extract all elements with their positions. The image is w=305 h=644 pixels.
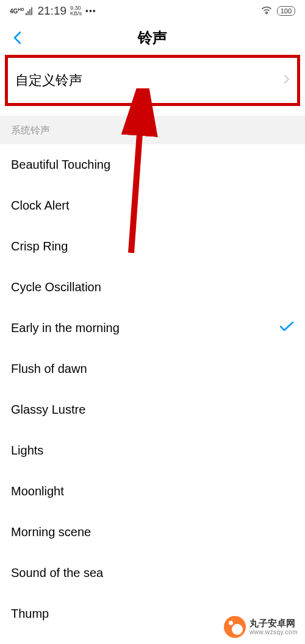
ringtone-item[interactable]: Beautiful Touching <box>0 144 305 185</box>
ringtone-label: Early in the morning <box>11 321 120 335</box>
ringtone-label: Moonlight <box>11 484 64 498</box>
status-bar: 4GHD 21:19 9.30 KB/s ••• 100 <box>0 0 305 21</box>
network-indicator: 4GHD <box>10 7 32 15</box>
ringtone-item[interactable]: Lights <box>0 430 305 471</box>
status-left: 4GHD 21:19 9.30 KB/s ••• <box>10 4 96 18</box>
ringtone-label: Glassy Lustre <box>11 403 85 417</box>
ringtone-item[interactable]: Flush of dawn <box>0 349 305 389</box>
ringtone-item[interactable]: Morning scene <box>0 512 305 553</box>
ringtone-item[interactable]: Sound of the sea <box>0 553 305 593</box>
ringtone-item[interactable]: Moonlight <box>0 471 305 512</box>
checkmark-icon <box>279 321 294 335</box>
chevron-right-icon <box>284 74 290 87</box>
page-title: 铃声 <box>138 28 167 48</box>
ringtone-label: Clock Alert <box>11 199 70 213</box>
battery-indicator: 100 <box>277 6 295 16</box>
back-button[interactable] <box>10 30 24 45</box>
watermark-title: 丸子安卓网 <box>249 618 298 629</box>
ringtone-label: Lights <box>11 444 43 458</box>
watermark-logo-icon <box>224 616 246 638</box>
ringtone-label: Cycle Oscillation <box>11 280 101 294</box>
ringtone-label: Sound of the sea <box>11 566 103 580</box>
ringtone-label: Beautiful Touching <box>11 158 110 172</box>
page-header: 铃声 <box>0 21 305 55</box>
ringtone-list: Beautiful TouchingClock AlertCrisp RingC… <box>0 144 305 634</box>
ringtone-item[interactable]: Early in the morning <box>0 308 305 349</box>
network-speed: 9.30 KB/s <box>70 5 82 16</box>
ringtone-item[interactable]: Cycle Oscillation <box>0 267 305 308</box>
more-icon: ••• <box>85 6 96 16</box>
ringtone-item[interactable]: Clock Alert <box>0 185 305 226</box>
custom-ringtone-label: 自定义铃声 <box>15 71 82 90</box>
ringtone-item[interactable]: Crisp Ring <box>0 226 305 267</box>
chevron-left-icon <box>13 31 21 44</box>
watermark: 丸子安卓网 www.wzsqy.com <box>224 616 298 638</box>
section-header-system: 系统铃声 <box>0 116 305 144</box>
wifi-icon <box>261 6 272 16</box>
watermark-url: www.wzsqy.com <box>249 629 298 636</box>
ringtone-label: Crisp Ring <box>11 239 68 253</box>
custom-ringtone-row[interactable]: 自定义铃声 <box>5 55 300 106</box>
clock: 21:19 <box>37 4 66 18</box>
status-right: 100 <box>261 6 295 16</box>
ringtone-label: Flush of dawn <box>11 362 87 376</box>
ringtone-label: Morning scene <box>11 525 91 539</box>
ringtone-item[interactable]: Glassy Lustre <box>0 389 305 430</box>
ringtone-label: Thump <box>11 607 49 621</box>
